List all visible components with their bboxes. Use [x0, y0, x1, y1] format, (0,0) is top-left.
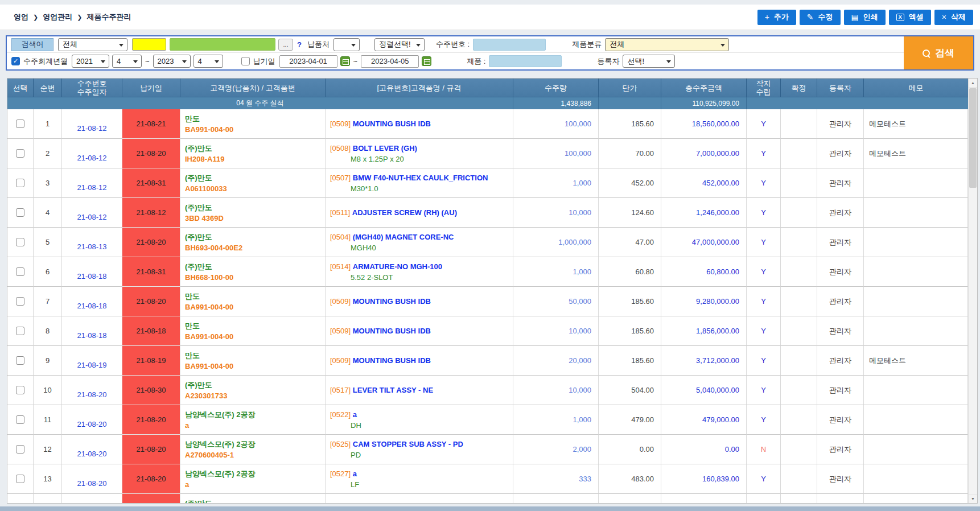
- order-date-link[interactable]: 21-08-20: [77, 479, 106, 488]
- order-date-link[interactable]: 21-08-13: [77, 242, 106, 251]
- row-checkbox[interactable]: [16, 149, 24, 158]
- add-button-label: 추가: [774, 12, 789, 22]
- due-date-value: 21-08-12: [136, 208, 166, 217]
- header-confirm: 확정: [781, 79, 817, 97]
- row-checkbox[interactable]: [16, 415, 24, 424]
- row-checkbox[interactable]: [16, 238, 24, 246]
- add-button[interactable]: + 추가: [757, 10, 796, 25]
- more-button[interactable]: ...: [278, 39, 293, 51]
- table-row[interactable]: 3 21-08-12 21-08-31 (주)만도 A061100033 [05…: [7, 168, 968, 198]
- row-checkbox[interactable]: [16, 119, 24, 128]
- sort-select[interactable]: 정렬선택!: [374, 38, 425, 51]
- row-checkbox[interactable]: [16, 179, 24, 187]
- excel-button[interactable]: X 엑셀: [889, 10, 931, 25]
- row-checkbox[interactable]: [16, 297, 24, 306]
- row-checkbox[interactable]: [16, 475, 24, 483]
- category-select[interactable]: 전체: [605, 38, 729, 51]
- cell-registrant: 관리자: [817, 228, 864, 257]
- table-row[interactable]: 1 21-08-12 21-08-21 만도 BA991-004-00 [050…: [7, 109, 968, 139]
- order-date-link[interactable]: 21-08-12: [77, 183, 106, 192]
- month-from-select[interactable]: 4: [112, 55, 142, 68]
- order-date-link[interactable]: 21-08-18: [77, 331, 106, 340]
- order-date-link[interactable]: 21-08-12: [77, 213, 106, 221]
- keyword-yellow-input[interactable]: [132, 38, 166, 51]
- row-checkbox[interactable]: [16, 208, 24, 217]
- search-button[interactable]: 검색: [904, 36, 973, 69]
- order-date-link[interactable]: 21-08-18: [77, 302, 106, 310]
- grid-content: 선택 순번 수주번호수주일자 납기일 고객명(납품처) / 고객품번 [고유번호…: [7, 79, 968, 504]
- order-date-link[interactable]: 21-08-20: [77, 420, 106, 428]
- help-icon[interactable]: ?: [297, 40, 302, 49]
- keyword-button[interactable]: 검색어: [11, 38, 53, 51]
- print-button[interactable]: ▤ 인쇄: [844, 10, 886, 25]
- cell-customer: 만도 BA991-004-00: [180, 287, 326, 316]
- row-checkbox[interactable]: [16, 386, 24, 394]
- breadcrumb-current-page: 제품수주관리: [87, 12, 131, 22]
- due-date-from-input[interactable]: [279, 55, 337, 68]
- product-code: [0504]: [330, 233, 351, 241]
- product-line: [0517] LEVER TILT ASSY - NE: [330, 385, 433, 395]
- cell-due-date: 21-08-20: [122, 435, 180, 464]
- table-row[interactable]: 14 21-10-26 21-11-08 (주)만도 BH668-100-00 …: [7, 494, 968, 504]
- order-date-link[interactable]: 21-08-20: [77, 390, 106, 399]
- due-date-value: 21-08-18: [136, 327, 166, 335]
- fiscal-checkbox[interactable]: ✓: [11, 57, 20, 65]
- vertical-scrollbar[interactable]: ▲ ▼: [968, 79, 977, 503]
- row-checkbox[interactable]: [16, 267, 24, 276]
- table-row[interactable]: 5 21-08-13 21-08-20 (주)만도 BH693-004-00E2…: [7, 228, 968, 257]
- registrant-select[interactable]: 선택!: [623, 55, 675, 68]
- table-row[interactable]: 11 21-08-20 21-08-20 남양넥스모(주) 2공장 a [052…: [7, 405, 968, 435]
- cell-customer: 만도 BA991-004-00: [180, 109, 326, 139]
- table-row[interactable]: 12 21-08-20 21-08-20 남양넥스모(주) 2공장 A27060…: [7, 435, 968, 464]
- cell-due-date: 21-08-30: [122, 376, 180, 405]
- scroll-down-icon[interactable]: ▼: [969, 494, 977, 503]
- breadcrumb-sales-mgmt[interactable]: 영업관리: [43, 12, 72, 22]
- scrollbar-thumb[interactable]: [969, 88, 977, 188]
- table-row[interactable]: 10 21-08-20 21-08-30 (주)만도 A230301733 [0…: [7, 376, 968, 405]
- due-date-to-input[interactable]: [361, 55, 419, 68]
- row-checkbox[interactable]: [16, 445, 24, 454]
- calendar-icon[interactable]: [340, 56, 350, 66]
- table-row[interactable]: 7 21-08-18 21-08-20 만도 BA991-004-00 [050…: [7, 287, 968, 316]
- cell-seq: 11: [34, 405, 62, 435]
- table-row[interactable]: 6 21-08-18 21-08-31 (주)만도 BH668-100-00 […: [7, 257, 968, 287]
- order-date-link[interactable]: 21-08-18: [77, 272, 106, 281]
- table-row[interactable]: 8 21-08-18 21-08-18 만도 BA991-004-00 [050…: [7, 316, 968, 346]
- cell-registrant: 관리자: [817, 139, 864, 168]
- product-line: [0508] BOLT LEVER (GH): [330, 143, 417, 154]
- order-no-input[interactable]: [473, 39, 546, 51]
- keyword-green-input[interactable]: [170, 38, 275, 51]
- delete-button[interactable]: × 삭제: [934, 10, 973, 25]
- vendor-select[interactable]: [333, 38, 360, 51]
- cell-order-date: 21-08-12: [62, 198, 122, 228]
- row-checkbox[interactable]: [16, 356, 24, 365]
- cell-seq: 6: [34, 257, 62, 287]
- cell-registrant: 관리자: [817, 376, 864, 405]
- keyword-type-select[interactable]: 전체: [58, 38, 127, 51]
- table-row[interactable]: 2 21-08-12 21-08-20 (주)만도 IH208-A119 [05…: [7, 139, 968, 168]
- year-to-select[interactable]: 2023: [153, 55, 191, 68]
- product-line: [0511] ADJUSTER SCREW (RH) (AU): [330, 207, 457, 218]
- product-spec: M30*1.0: [330, 183, 378, 194]
- row-select-cell: [7, 228, 34, 257]
- product-input[interactable]: [489, 55, 562, 67]
- order-date-link[interactable]: 21-08-20: [77, 450, 106, 458]
- cell-seq: 5: [34, 228, 62, 257]
- edit-button[interactable]: ✎ 수정: [800, 10, 841, 25]
- month-to-select[interactable]: 4: [193, 55, 223, 68]
- table-row[interactable]: 4 21-08-12 21-08-12 (주)만도 3BD 4369D [051…: [7, 198, 968, 228]
- order-date-link[interactable]: 21-08-19: [77, 361, 106, 369]
- row-checkbox[interactable]: [16, 327, 24, 335]
- table-row[interactable]: 13 21-08-20 21-08-20 남양넥스모(주) 2공장 a [052…: [7, 464, 968, 494]
- calendar-icon[interactable]: [422, 56, 431, 66]
- row-select-cell: [7, 346, 34, 376]
- due-date-checkbox[interactable]: [241, 57, 250, 65]
- product-spec: LF: [330, 479, 359, 490]
- breadcrumb-sales[interactable]: 영업: [14, 12, 28, 22]
- order-date-link[interactable]: 21-08-12: [77, 154, 106, 162]
- order-date-link[interactable]: 21-08-12: [77, 124, 106, 133]
- scroll-up-icon[interactable]: ▲: [969, 79, 977, 88]
- table-row[interactable]: 9 21-08-19 21-08-19 만도 BA991-004-00 [050…: [7, 346, 968, 376]
- cell-due-date: 21-08-19: [122, 346, 180, 376]
- year-from-select[interactable]: 2021: [72, 55, 109, 68]
